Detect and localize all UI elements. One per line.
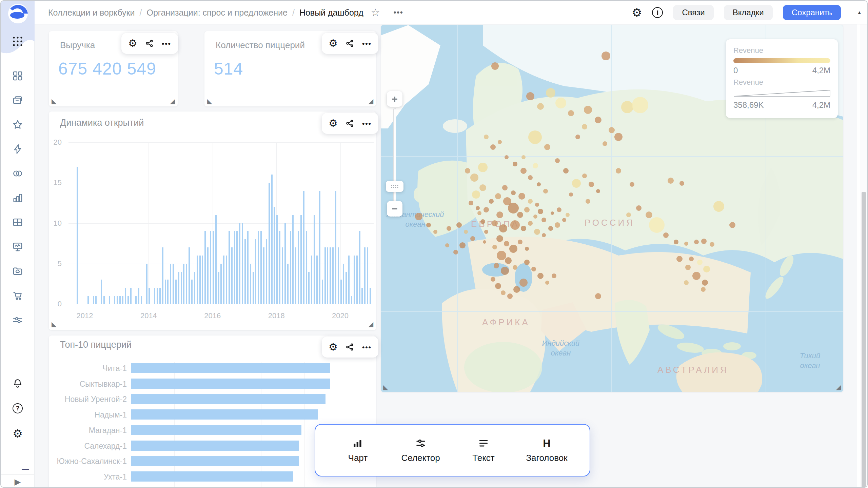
dynamics-bar <box>253 272 254 304</box>
resize-handle-br[interactable]: ◢ <box>368 321 373 327</box>
top10-bar <box>131 471 293 482</box>
widget-gear-icon[interactable]: ⚙ <box>329 342 338 352</box>
apps-grid-icon[interactable] <box>12 35 24 49</box>
dynamics-bar <box>186 264 187 304</box>
y-tick-label: 20 <box>49 138 62 147</box>
map-point <box>630 182 634 187</box>
y-tick-label: 0 <box>49 300 62 308</box>
sidebar-item-editor[interactable] <box>12 241 23 252</box>
map-point <box>521 226 526 231</box>
breadcrumb-more-icon[interactable]: ••• <box>394 8 403 17</box>
add-chart-button[interactable]: Чарт <box>337 437 378 463</box>
resize-handle-br[interactable]: ◢ <box>170 98 175 104</box>
top10-category-label: Новый Уренгой-2 <box>54 395 127 404</box>
scrollbar-thumb[interactable] <box>862 192 866 488</box>
dynamics-bar <box>231 247 233 304</box>
map-point <box>453 250 458 255</box>
breadcrumb-workbook[interactable]: Организации: спрос и предложение <box>146 8 287 18</box>
map-point <box>533 163 538 168</box>
dynamics-bar <box>170 264 171 304</box>
map-zoom-out-button[interactable]: − <box>387 201 402 217</box>
save-button[interactable]: Сохранить <box>783 5 841 20</box>
sidebar-item-favorites[interactable] <box>12 119 23 130</box>
resize-handle-bl[interactable]: ◣ <box>52 321 57 327</box>
sidebar-drag-handle[interactable] <box>22 469 29 470</box>
widget-share-icon[interactable] <box>145 39 154 48</box>
map-point <box>535 203 539 207</box>
map-point <box>557 207 561 212</box>
tabs-button[interactable]: Вкладки <box>724 5 773 20</box>
settings-gear-icon[interactable]: ⚙ <box>12 428 23 439</box>
scroll-up-arrow-icon[interactable]: ▲ <box>857 9 862 15</box>
links-button[interactable]: Связи <box>673 5 713 20</box>
map-point <box>513 265 517 270</box>
add-widget-toolbar: Чарт Селектор Текст H Заголовок <box>315 424 590 476</box>
resize-handle-bl[interactable]: ◣ <box>207 98 212 104</box>
dynamics-bar <box>95 296 97 304</box>
help-icon[interactable]: ? <box>12 403 23 414</box>
map-zoom-in-button[interactable]: + <box>387 91 402 107</box>
favorite-star-icon[interactable]: ☆ <box>371 7 380 18</box>
widget-more-icon[interactable]: ••• <box>362 40 372 47</box>
widget-share-icon[interactable] <box>345 39 355 48</box>
dynamics-bar <box>93 296 94 304</box>
widget-gear-icon[interactable]: ⚙ <box>329 118 338 128</box>
map-point <box>694 240 699 244</box>
info-icon[interactable]: i <box>652 7 663 18</box>
widget-more-icon[interactable]: ••• <box>362 344 372 351</box>
map-point <box>501 267 509 275</box>
widget-geo-map[interactable]: ЕВРОПА РОССИЯ АФРИКА АВСТРАЛИЯ Атлантиче… <box>381 25 843 392</box>
breadcrumb-collections[interactable]: Коллекции и воркбуки <box>48 8 135 18</box>
dynamics-bar <box>308 272 310 304</box>
sidebar-item-storage[interactable] <box>12 265 23 277</box>
map-point <box>524 207 530 212</box>
map-point <box>456 222 462 228</box>
widget-gear-icon[interactable]: ⚙ <box>128 38 137 48</box>
map-point <box>689 257 694 261</box>
add-text-button[interactable]: Текст <box>463 437 504 463</box>
top10-category-label: Чита-1 <box>54 364 127 373</box>
map-point <box>595 117 601 123</box>
dynamics-bar <box>324 247 326 304</box>
sidebar-item-tables[interactable] <box>12 217 23 228</box>
dynamics-bar <box>119 296 121 304</box>
map-zoom-slider-handle[interactable] <box>386 181 403 192</box>
map-point <box>575 135 580 139</box>
dynamics-bar <box>223 256 224 304</box>
widget-more-icon[interactable]: ••• <box>162 40 171 47</box>
resize-handle-br[interactable]: ◢ <box>836 384 841 390</box>
widget-toolbar: ⚙ ••• <box>322 113 378 134</box>
resize-handle-br[interactable]: ◢ <box>368 98 373 104</box>
map-point <box>478 163 488 172</box>
sidebar-item-quick-actions[interactable] <box>12 143 23 155</box>
dashboard-settings-gear-icon[interactable]: ⚙ <box>632 7 642 18</box>
map-point <box>513 162 517 166</box>
widget-share-icon[interactable] <box>345 119 355 128</box>
resize-handle-bl[interactable]: ◣ <box>383 384 388 390</box>
dynamics-bar <box>327 247 328 304</box>
map-point <box>480 219 485 224</box>
widget-gear-icon[interactable]: ⚙ <box>329 38 338 48</box>
map-point <box>505 257 512 264</box>
map-point <box>674 240 678 244</box>
legend-size-triangle <box>733 89 830 97</box>
vertical-scrollbar[interactable] <box>860 24 867 487</box>
dynamics-bar <box>335 191 336 304</box>
sidebar-item-collections[interactable] <box>12 70 23 82</box>
add-heading-button[interactable]: H Заголовок <box>526 437 567 463</box>
add-selector-button[interactable]: Селектор <box>400 437 441 463</box>
sidebar-item-marketplace[interactable] <box>12 290 23 301</box>
resize-handle-bl[interactable]: ◣ <box>52 98 57 104</box>
sidebar-item-connections[interactable] <box>12 168 23 179</box>
notifications-bell-icon[interactable] <box>12 378 23 389</box>
sidebar-item-workbooks[interactable] <box>12 95 23 106</box>
widget-share-icon[interactable] <box>345 342 355 352</box>
top10-category-label: Надым-1 <box>54 410 127 420</box>
map-point <box>504 241 509 246</box>
datalens-logo-icon[interactable] <box>8 3 28 24</box>
sidebar-item-service-settings[interactable] <box>12 314 23 326</box>
sidebar-item-charts[interactable] <box>12 192 23 204</box>
widget-more-icon[interactable]: ••• <box>362 120 372 127</box>
expand-sidebar-icon[interactable]: ▶ <box>15 478 21 486</box>
map-point <box>702 280 708 286</box>
